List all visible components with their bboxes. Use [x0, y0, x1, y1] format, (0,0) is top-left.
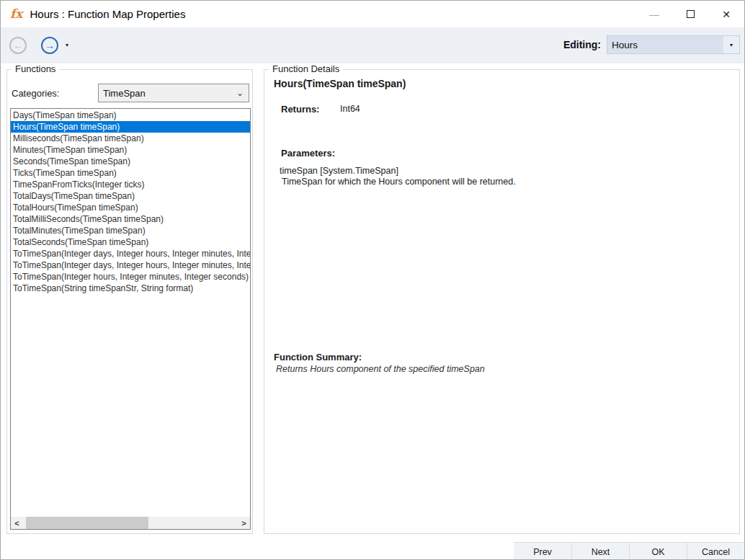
categories-combobox[interactable]: TimeSpan ⌄	[98, 84, 249, 102]
back-button[interactable]: ←	[9, 37, 27, 54]
forward-button[interactable]: →	[41, 37, 58, 54]
scrollbar-thumb[interactable]	[26, 517, 148, 529]
list-item[interactable]: TotalHours(TimeSpan timeSpan)	[11, 202, 250, 213]
list-item[interactable]: TotalSeconds(TimeSpan timeSpan)	[11, 236, 250, 248]
list-item[interactable]: ToTimeSpan(String timeSpanStr, String fo…	[11, 283, 250, 294]
functions-groupbox: Functions Categories: TimeSpan ⌄ Days(Ti…	[6, 69, 253, 534]
functions-groupbox-title: Functions	[12, 63, 59, 74]
function-summary-label: Function Summary:	[274, 352, 362, 363]
categories-label: Categories:	[12, 88, 59, 99]
list-item[interactable]: Milliseconds(TimeSpan timeSpan)	[11, 133, 250, 144]
chevron-down-icon: ⌄	[231, 88, 249, 98]
titlebar: fx Hours : Function Map Properties — ✕	[1, 1, 744, 27]
categories-combobox-value: TimeSpan	[99, 88, 231, 99]
cancel-button[interactable]: Cancel	[687, 543, 744, 560]
function-summary-text: Returns Hours component of the specified…	[276, 364, 485, 374]
function-fx-icon: fx	[10, 8, 22, 20]
next-button[interactable]: Next	[571, 543, 629, 560]
footer-button-bar: Prev Next OK Cancel	[514, 542, 744, 560]
editing-combobox[interactable]: Hours ▼	[607, 35, 740, 54]
prev-button[interactable]: Prev	[514, 543, 571, 560]
list-item[interactable]: ToTimeSpan(Integer days, Integer hours, …	[11, 259, 250, 271]
list-item[interactable]: ToTimeSpan(Integer days, Integer hours, …	[11, 248, 250, 259]
returns-value: Int64	[340, 104, 360, 114]
function-list: Days(TimeSpan timeSpan)Hours(TimeSpan ti…	[11, 110, 250, 517]
list-item[interactable]: Days(TimeSpan timeSpan)	[11, 110, 250, 121]
function-details-groupbox-title: Function Details	[269, 63, 343, 74]
list-item[interactable]: Seconds(TimeSpan timeSpan)	[11, 156, 250, 167]
list-item[interactable]: TotalDays(TimeSpan timeSpan)	[11, 190, 250, 202]
minimize-button[interactable]: —	[636, 1, 672, 27]
close-icon: ✕	[722, 9, 731, 19]
close-button[interactable]: ✕	[708, 1, 744, 27]
parameter-name: timeSpan [System.TimeSpan]	[280, 166, 398, 176]
titlebar-controls: — ✕	[636, 1, 744, 27]
list-item[interactable]: TotalMinutes(TimeSpan timeSpan)	[11, 225, 250, 236]
list-item[interactable]: TotalMilliSeconds(TimeSpan timeSpan)	[11, 213, 250, 225]
maximize-icon	[687, 10, 695, 18]
list-item[interactable]: TimeSpanFromTicks(Integer ticks)	[11, 179, 250, 190]
back-arrow-icon: ←	[13, 40, 23, 51]
dropdown-arrow-icon: ▼	[729, 43, 734, 48]
function-listbox: Days(TimeSpan timeSpan)Hours(TimeSpan ti…	[10, 108, 251, 530]
toolbar: ← → ▾ Editing: Hours ▼	[1, 27, 744, 63]
forward-dropdown-caret-icon[interactable]: ▾	[66, 42, 68, 48]
editing-dropdown-button[interactable]: ▼	[723, 36, 739, 53]
returns-label: Returns:	[281, 104, 319, 115]
function-map-properties-window: fx Hours : Function Map Properties — ✕ ←…	[0, 0, 745, 560]
function-details-groupbox: Function Details Hours(TimeSpan timeSpan…	[264, 69, 740, 534]
list-item[interactable]: ToTimeSpan(Integer hours, Integer minute…	[11, 271, 250, 283]
horizontal-scrollbar[interactable]: < >	[11, 517, 250, 529]
scroll-left-icon[interactable]: <	[11, 517, 23, 529]
window-title: Hours : Function Map Properties	[30, 8, 185, 20]
function-signature-header: Hours(TimeSpan timeSpan)	[274, 78, 406, 89]
minimize-icon: —	[649, 9, 659, 19]
scroll-right-icon[interactable]: >	[238, 517, 250, 529]
scrollbar-track[interactable]	[23, 517, 238, 529]
forward-arrow-icon: →	[45, 40, 55, 51]
maximize-button[interactable]	[672, 1, 708, 27]
editing-combobox-value: Hours	[607, 40, 723, 50]
editing-label: Editing:	[563, 39, 601, 50]
list-item[interactable]: Hours(TimeSpan timeSpan)	[11, 121, 250, 133]
parameter-description: TimeSpan for which the Hours component w…	[282, 177, 516, 187]
ok-button[interactable]: OK	[629, 543, 687, 560]
list-item[interactable]: Minutes(TimeSpan timeSpan)	[11, 144, 250, 156]
list-item[interactable]: Ticks(TimeSpan timeSpan)	[11, 167, 250, 179]
parameters-label: Parameters:	[281, 148, 335, 159]
